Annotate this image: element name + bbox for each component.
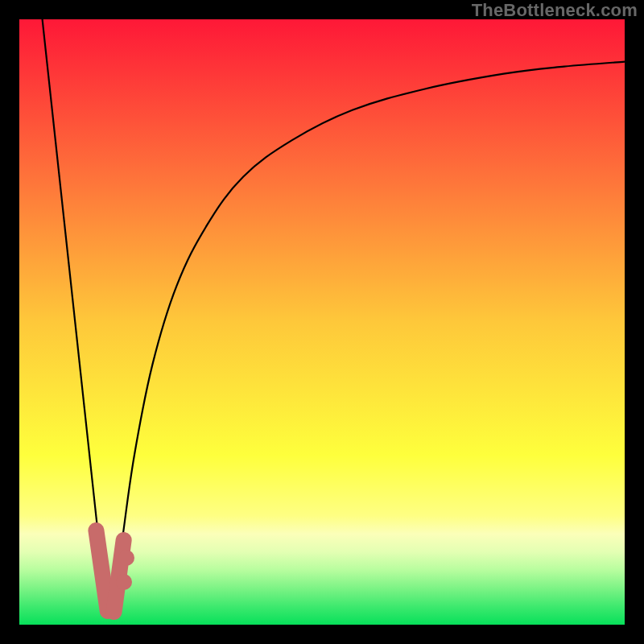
- marker-dot: [118, 550, 134, 566]
- background-gradient: [19, 19, 625, 625]
- svg-rect-0: [19, 19, 625, 625]
- watermark-text: TheBottleneck.com: [472, 0, 638, 21]
- plot-area: [19, 19, 625, 625]
- marker-dot: [116, 574, 132, 590]
- chart-frame: TheBottleneck.com: [0, 0, 644, 644]
